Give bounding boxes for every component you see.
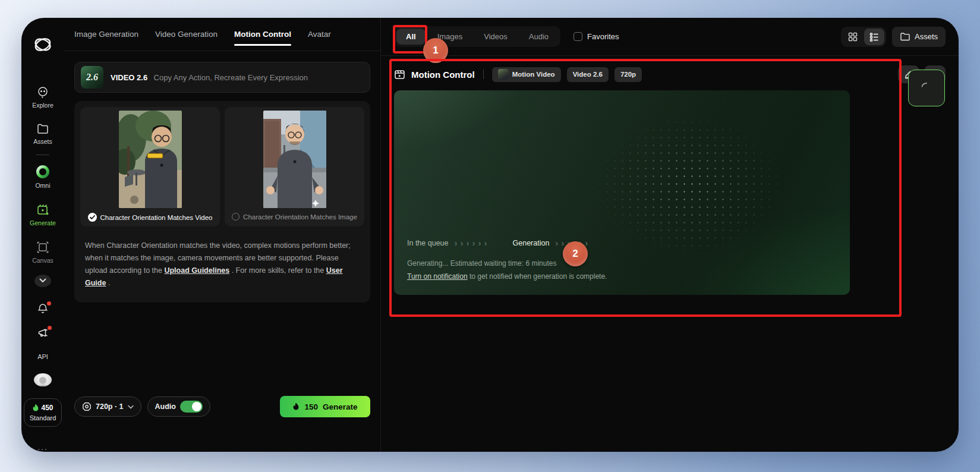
resolution-dropdown[interactable]: 720p · 1	[74, 397, 141, 417]
announcements-button[interactable]	[37, 327, 49, 339]
banner-subtitle: Copy Any Action, Recreate Every Expressi…	[154, 73, 308, 82]
sidebar-item-explore[interactable]: Explore	[32, 86, 53, 109]
generation-card-title: Motion Control	[411, 70, 475, 80]
audio-control: Audio	[147, 397, 210, 417]
header-divider	[483, 70, 484, 79]
generation-progress-chevron-active: ›	[573, 238, 579, 248]
assets-button[interactable]: Assets	[892, 27, 946, 47]
generation-settings-panel: Image Generation Video Generation Motion…	[64, 18, 380, 452]
generation-status-text: Generating... Estimated waiting time: 6 …	[407, 259, 607, 268]
flame-icon	[32, 404, 39, 412]
chevron-down-icon	[39, 278, 46, 283]
generation-progress-chevrons: ››	[579, 238, 591, 248]
user-avatar[interactable]	[34, 373, 52, 386]
queue-stage-label: In the queue	[407, 239, 449, 247]
option-photo-park	[119, 111, 182, 208]
tab-avatar[interactable]: Avatar	[308, 26, 331, 42]
sidebar-item-api[interactable]: API	[37, 353, 48, 360]
sidebar-item-omni[interactable]: Omni	[35, 165, 50, 189]
radio-selected-icon	[88, 213, 97, 222]
filter-tab-videos[interactable]: Videos	[474, 29, 517, 45]
banner-thumbnail: 2.6	[81, 66, 103, 89]
resolution-icon	[82, 402, 92, 411]
option-orientation-matches-video[interactable]: Character Orientation Matches Video	[80, 107, 220, 226]
folder-icon	[900, 32, 910, 42]
clapperboard-icon	[394, 69, 405, 80]
canvas-frame-icon	[36, 241, 49, 254]
omni-ring-icon	[36, 165, 50, 179]
sidebar: Explore Assets Omni	[21, 18, 64, 452]
filter-tab-all[interactable]: All	[396, 29, 426, 45]
sidebar-item-generate[interactable]: Generate	[30, 203, 56, 226]
generation-progress-chevrons: ›››	[555, 238, 573, 248]
notification-hint: Turn on notification to get notified whe…	[407, 272, 607, 281]
favorites-label: Favorites	[587, 32, 619, 41]
grid-view-icon	[848, 32, 858, 42]
queued-generation-item[interactable]	[908, 70, 945, 106]
view-toggle	[841, 27, 886, 47]
option-orientation-matches-image[interactable]: Character Orientation Matches Image	[225, 107, 364, 226]
generation-preview-panel[interactable]: In the queue ›››››› Generation ›››››› Ge…	[394, 90, 850, 295]
tab-video-generation[interactable]: Video Generation	[155, 26, 218, 42]
option-label: Character Orientation Matches Video	[100, 214, 213, 221]
filter-tabs: All Images Videos Audio	[394, 26, 560, 47]
tab-motion-control[interactable]: Motion Control	[234, 26, 291, 42]
description-text: . For more skills, refer to the	[229, 266, 326, 275]
sidebar-collapse-button[interactable]	[34, 275, 51, 287]
sidebar-item-label: Assets	[33, 138, 52, 145]
generation-card-header: Motion Control Motion Video Video 2.6 72…	[381, 64, 959, 84]
tab-image-generation[interactable]: Image Generation	[74, 26, 138, 42]
grid-view-button[interactable]	[843, 29, 863, 45]
generate-icon	[36, 203, 50, 216]
app-window: Explore Assets Omni	[21, 18, 959, 452]
notification-dot	[47, 301, 51, 306]
generate-cost: 150	[304, 402, 318, 411]
generate-button[interactable]: 150 Generate	[280, 396, 370, 417]
tag-label: 720p	[620, 71, 636, 78]
filter-tab-images[interactable]: Images	[428, 29, 472, 45]
model-tag[interactable]: Video 2.6	[567, 67, 609, 82]
app-logo-icon[interactable]	[31, 34, 54, 55]
sidebar-item-canvas[interactable]: Canvas	[32, 241, 53, 264]
sidebar-item-label: Canvas	[32, 257, 53, 264]
notifications-button[interactable]	[37, 303, 49, 315]
turn-on-notification-link[interactable]: Turn on notification	[407, 272, 468, 281]
banner-title: VIDEO 2.6	[111, 73, 147, 82]
upload-guidelines-link[interactable]: Upload Guidelines	[164, 266, 229, 275]
explore-icon	[36, 86, 49, 99]
queue-progress-chevrons: ››››››	[455, 238, 490, 248]
sidebar-item-label: Generate	[30, 219, 56, 226]
orientation-description: When Character Orientation matches the v…	[85, 240, 360, 290]
results-panel: All Images Videos Audio Favorites	[381, 18, 959, 452]
description-text: .	[106, 279, 110, 287]
announcement-dot	[48, 326, 52, 330]
tag-label: Video 2.6	[573, 71, 603, 78]
favorites-filter[interactable]: Favorites	[573, 32, 619, 41]
list-view-button[interactable]	[864, 29, 884, 45]
motion-video-thumbnail	[498, 69, 509, 80]
video-26-banner[interactable]: 2.6 VIDEO 2.6 Copy Any Action, Recreate …	[74, 62, 370, 93]
motion-video-tag[interactable]: Motion Video	[492, 67, 561, 82]
results-toolbar: All Images Videos Audio Favorites	[381, 18, 959, 56]
orientation-options-card: Character Orientation Matches Video	[74, 101, 370, 303]
favorites-checkbox[interactable]	[573, 32, 582, 41]
sidebar-more-button[interactable]: ...	[37, 442, 48, 452]
spinner-icon	[920, 81, 933, 95]
assets-button-label: Assets	[915, 32, 938, 41]
filter-tab-audio[interactable]: Audio	[519, 29, 558, 45]
credits-value: 450	[41, 404, 53, 412]
plan-label: Standard	[30, 414, 56, 421]
resolution-tag[interactable]: 720p	[615, 67, 642, 82]
dot-pattern-decoration	[572, 95, 828, 291]
credits-card[interactable]: 450 Standard	[24, 398, 62, 427]
audio-label: Audio	[155, 402, 176, 411]
option-photo-city	[263, 111, 326, 208]
notification-hint-text: to get notified when generation is compl…	[468, 272, 607, 281]
generation-controls: 720p · 1 Audio 150 Generate	[74, 396, 370, 417]
sidebar-item-assets[interactable]: Assets	[33, 123, 52, 145]
chevron-down-icon	[128, 405, 134, 409]
option-label: Character Orientation Matches Image	[243, 213, 357, 221]
audio-toggle[interactable]	[180, 401, 203, 413]
flame-icon	[292, 402, 300, 411]
generate-label: Generate	[323, 402, 358, 411]
